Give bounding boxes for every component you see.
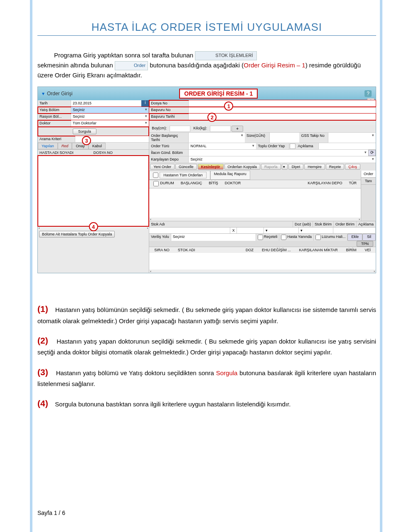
gss-field[interactable]	[328, 133, 376, 143]
col-doktor: DOKTOR	[222, 181, 304, 187]
tab-kabul[interactable]: Kabul	[89, 143, 106, 149]
plus-button[interactable]: +	[232, 126, 243, 132]
ilacin-gond-select[interactable]	[189, 150, 368, 156]
doz-label: Doz (axb)	[293, 221, 313, 227]
tarih-label: Tarih	[38, 100, 71, 106]
annotation-circle-4: 4	[89, 222, 98, 231]
side-tab-tani[interactable]: Tanı	[361, 178, 376, 185]
sure-field[interactable]	[270, 133, 299, 143]
recete-button[interactable]: Reçete	[326, 164, 345, 170]
boy-label: Boy(cm):	[149, 125, 169, 132]
order-baslangic-field[interactable]	[189, 133, 245, 143]
note-number-2: (2)	[37, 336, 48, 345]
karsilayan-depo-select[interactable]: Seçiniz	[189, 156, 376, 163]
birim-select2[interactable]: ▾	[299, 228, 333, 233]
verilis-label: Veriliş Yolu	[149, 234, 171, 241]
intro-text-2: sekmesinin altında bulunan	[37, 62, 115, 69]
col-baslangic: BAŞLANGIÇ	[177, 181, 206, 187]
explanation-notes: (1) Hastanın yatış bölümünün seçildiği s…	[37, 302, 376, 411]
col-ehu: EHU DEĞİŞİM ...	[258, 248, 295, 252]
diyet-button[interactable]: Diyet	[288, 164, 304, 170]
receteli-label: Reçeteli	[264, 235, 278, 240]
page-number: Sayfa 1 / 6	[37, 510, 65, 516]
rasyon-select[interactable]: Seçiniz	[71, 114, 149, 120]
toplu-order-checkbox[interactable]	[290, 144, 296, 149]
stok-adi-field[interactable]	[149, 228, 230, 233]
birim-select1[interactable]: ▾	[264, 228, 298, 233]
order-baslangic-label: Order Başlangıç Tarihi	[149, 133, 189, 143]
order-grid[interactable]	[149, 188, 361, 218]
dosya-no-label: Dosya No	[149, 100, 189, 106]
tab-red[interactable]: Red	[58, 143, 72, 149]
kilo-field[interactable]	[210, 126, 231, 132]
order-birim-label: Order Birim	[334, 221, 357, 227]
gss-label: GSS Takip No	[299, 133, 328, 143]
ekle-button[interactable]: Ekle	[347, 234, 362, 241]
yeni-order-button[interactable]: Yeni Order	[150, 164, 175, 170]
intro-text-3: butonuna basıldığında aşağıdaki (	[150, 62, 244, 69]
detail-grid[interactable]	[149, 253, 376, 270]
hemsire-button[interactable]: Hemşire	[304, 164, 325, 170]
doktor-select[interactable]: Tüm Doktorlar	[71, 120, 149, 126]
patient-list[interactable]: 4	[38, 156, 149, 226]
intro-text-1: Programa Giriş yaptıktan sonra sol taraf…	[54, 52, 195, 59]
dosya-no-field[interactable]	[189, 100, 376, 106]
note-2-text: Hastanın yatış yapan doktorunun seçildiğ…	[37, 338, 376, 356]
right-detail-panel: Dosya No 1 Başvuru No Başvuru Tarihi 2 B…	[149, 100, 376, 273]
tpn-button[interactable]: TPN	[357, 241, 373, 247]
refresh-icon[interactable]: ⟳	[368, 150, 376, 156]
order-turu-label: Order Türü	[149, 143, 189, 149]
kopyala-button[interactable]: Orderları Kopyala	[224, 164, 261, 170]
x-label: X	[230, 228, 237, 233]
action-button-bar: Yeni Order Güncelle Kesinleştir Orderlar…	[149, 163, 376, 171]
stok-adi-label: Stok Adı	[149, 221, 293, 227]
h-scrollbar-2[interactable]: ‹›	[149, 270, 376, 273]
document-title: HASTA İLAÇ ORDER İSTEMİ UYGULAMASI	[37, 21, 376, 36]
side-vertical-tabs: Order Tanı	[361, 171, 376, 221]
note-number-4: (4)	[37, 398, 48, 408]
cikis-button[interactable]: Çıkış	[345, 164, 360, 170]
col-birim2: BİRİM	[342, 248, 360, 252]
basvuru-no-field[interactable]	[189, 107, 376, 113]
basvuru-tarihi-field[interactable]	[189, 114, 376, 120]
luzumu-checkbox[interactable]	[315, 235, 321, 240]
aciklama-field[interactable]	[319, 143, 376, 149]
page-right-rule	[380, 0, 382, 532]
hasta-yaninda-checkbox[interactable]	[281, 235, 286, 240]
sure-label: Süre(GÜN)	[245, 133, 270, 143]
help-icon[interactable]: ?	[365, 90, 372, 97]
tum-order-checkbox[interactable]	[153, 172, 158, 178]
window-titlebar: ▾ Order Girişi ORDER GİRİŞİ RESİM - 1 ?	[38, 87, 376, 100]
dropdown-icon[interactable]: ▾	[282, 164, 288, 170]
screenshot-banner: ORDER GİRİŞİ RESİM - 1	[179, 89, 258, 99]
kesinlestir-button[interactable]: Kesinleştir	[198, 164, 224, 170]
verilis-select[interactable]: Seçiniz	[171, 234, 256, 241]
intro-paragraph: Programa Giriş yaptıktan sonra sol taraf…	[37, 50, 376, 80]
aciklama-label: Açıklama	[296, 143, 319, 149]
tab-yapilan[interactable]: Yapılan	[38, 143, 58, 149]
chevron-down-icon: ▾	[42, 91, 44, 97]
order-grid-header: DURUM BAŞLANGIÇ BİTİŞ DOKTOR KARŞILAYAN …	[149, 180, 361, 188]
sorgula-button[interactable]: Sorgula	[73, 129, 96, 134]
order-turu-select[interactable]: NORMAL	[189, 143, 256, 149]
raporla-button[interactable]: Raporla	[261, 164, 281, 170]
rasyon-label: Rasyon Böl...	[38, 114, 71, 120]
side-tab-order[interactable]: Order	[361, 171, 376, 178]
tab-medula[interactable]: Medula İlaç Raporu	[210, 171, 250, 180]
boy-field[interactable]	[170, 126, 190, 132]
order-label: Order	[115, 61, 148, 70]
tab-tum-orderlar[interactable]: Hastanın Tüm Orderları	[160, 172, 206, 178]
yatis-bolum-select[interactable]: Seçiniz	[71, 107, 149, 113]
guncelle-button[interactable]: Güncelle	[175, 164, 197, 170]
toplu-order-kopyala-button[interactable]: Bölüme Ait Hastalara Toplu Order Kopyala	[39, 231, 115, 238]
doz-field[interactable]	[237, 228, 264, 233]
info-icon[interactable]: i	[141, 100, 149, 106]
h-scrollbar[interactable]: ‹›	[149, 218, 361, 221]
page-footer: Sayfa 1 / 6	[37, 510, 65, 516]
kilo-label: Kilo(kg):	[191, 125, 209, 132]
tarih-field[interactable]: 23.02.2015	[71, 100, 141, 106]
sil-button[interactable]: Sil	[362, 234, 376, 241]
aciklama-col-field[interactable]	[333, 228, 376, 233]
receteli-checkbox[interactable]	[258, 235, 263, 240]
col-kdepo: KARŞILAYAN DEPO	[304, 181, 345, 187]
